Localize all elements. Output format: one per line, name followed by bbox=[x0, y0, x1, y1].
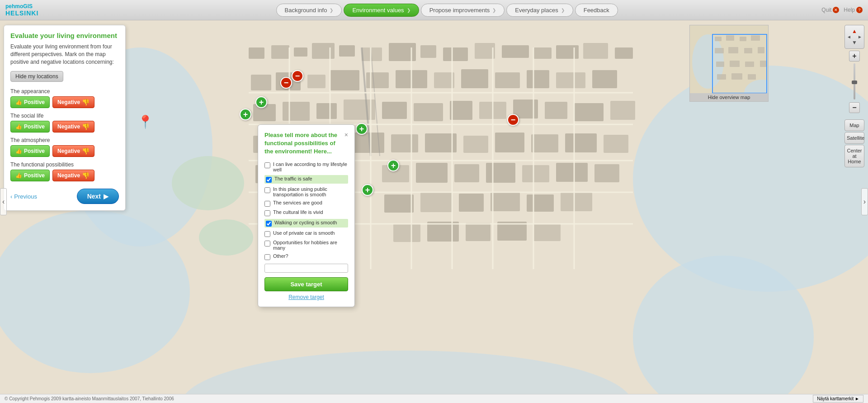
marker-red-1[interactable]: − bbox=[292, 70, 303, 82]
label-walking: Walking or cycling is smooth bbox=[274, 220, 337, 225]
svg-rect-54 bbox=[463, 136, 488, 153]
marker-red-circle-1[interactable]: − bbox=[292, 70, 303, 82]
help-label: Help bbox=[844, 7, 855, 13]
tab-feedback-label: Feedback bbox=[584, 7, 609, 14]
tab-environment[interactable]: Environment values ❯ bbox=[344, 4, 419, 17]
svg-rect-119 bbox=[748, 74, 756, 80]
marker-red-circle-2[interactable]: − bbox=[280, 77, 292, 89]
map-markers-button[interactable]: Näytä karttamerkit ► bbox=[813, 395, 863, 403]
other-text-input[interactable] bbox=[264, 264, 348, 273]
marker-green-plus-1[interactable]: + bbox=[240, 109, 251, 120]
marker-green-plus-2[interactable]: + bbox=[255, 96, 267, 108]
svg-rect-107 bbox=[740, 37, 746, 41]
save-target-label: Save target bbox=[290, 281, 322, 288]
svg-rect-22 bbox=[583, 43, 608, 59]
logo-pehmo: pehmo bbox=[5, 3, 23, 9]
marker-green-2[interactable]: + bbox=[255, 96, 267, 108]
pan-right-arrow[interactable]: › bbox=[861, 188, 868, 215]
svg-rect-11 bbox=[294, 47, 307, 57]
hide-locations-button[interactable]: Hide my locations bbox=[10, 71, 63, 82]
marker-yellow-pin[interactable]: 📍 bbox=[137, 115, 153, 129]
atmosphere-negative-button[interactable]: Negative 👎 bbox=[52, 145, 94, 157]
tab-background-arrow: ❯ bbox=[330, 8, 333, 13]
checkbox-services[interactable] bbox=[264, 201, 270, 207]
svg-rect-18 bbox=[475, 43, 495, 59]
popup-item-walking: Walking or cycling is smooth bbox=[264, 219, 348, 228]
zoom-in-button[interactable]: + bbox=[849, 51, 860, 62]
label-traffic: The traffic is safe bbox=[274, 176, 312, 181]
svg-rect-34 bbox=[556, 72, 585, 88]
pan-left-arrow[interactable]: ‹ bbox=[0, 188, 7, 215]
marker-green-3[interactable]: + bbox=[356, 123, 368, 135]
previous-label: Previous bbox=[14, 193, 37, 200]
tab-environment-arrow: ❯ bbox=[407, 8, 410, 13]
help-link[interactable]: Help ? bbox=[844, 7, 863, 13]
marker-red-2[interactable]: − bbox=[280, 77, 292, 89]
overview-map-inner: Hide overview map bbox=[690, 25, 768, 101]
satellite-view-button[interactable]: Satellite bbox=[844, 132, 864, 144]
svg-point-6 bbox=[172, 156, 244, 210]
functional-positive-button[interactable]: 👍 Positive bbox=[10, 170, 50, 181]
tab-everyday[interactable]: Everyday places ❯ bbox=[506, 4, 573, 17]
checkbox-other[interactable] bbox=[264, 254, 270, 260]
marker-yellow[interactable]: 📍 bbox=[137, 114, 153, 129]
popup-close-button[interactable]: × bbox=[344, 131, 348, 138]
label-hobbies: Opportunities for hobbies are many bbox=[273, 240, 348, 251]
marker-green-4[interactable]: + bbox=[387, 160, 399, 171]
next-button[interactable]: Next ▶ bbox=[77, 189, 119, 204]
thumb-down-icon-1: 👎 bbox=[82, 99, 90, 106]
thumb-down-icon-3: 👎 bbox=[82, 147, 90, 155]
zoom-slider-handle[interactable] bbox=[852, 81, 857, 84]
checkbox-private-car[interactable] bbox=[264, 231, 270, 237]
svg-rect-17 bbox=[443, 47, 468, 61]
thumb-down-icon-2: 👎 bbox=[82, 123, 90, 130]
svg-point-7 bbox=[199, 219, 253, 256]
checkbox-cultural[interactable] bbox=[264, 210, 270, 216]
svg-rect-114 bbox=[730, 61, 740, 67]
svg-rect-105 bbox=[715, 37, 722, 41]
marker-green-5[interactable]: + bbox=[362, 184, 373, 196]
appearance-positive-button[interactable]: 👍 Positive bbox=[10, 96, 50, 108]
marker-red-circle-3[interactable]: − bbox=[507, 114, 519, 126]
tab-improvements[interactable]: Propose improvements ❯ bbox=[421, 4, 505, 17]
right-controls: ▲ ◄ ► ▼ + − Map Satellite Center at Home bbox=[844, 25, 864, 167]
social-positive-button[interactable]: 👍 Positive bbox=[10, 121, 50, 133]
atmosphere-buttons: 👍 Positive Negative 👎 bbox=[10, 145, 119, 157]
marker-green-plus-5[interactable]: + bbox=[362, 184, 373, 196]
appearance-negative-button[interactable]: Negative 👎 bbox=[52, 96, 94, 108]
save-target-button[interactable]: Save target bbox=[264, 277, 348, 291]
marker-green-plus-3[interactable]: + bbox=[356, 123, 368, 135]
social-negative-button[interactable]: Negative 👎 bbox=[52, 121, 94, 133]
nav-buttons: ‹ Previous Next ▶ bbox=[10, 189, 119, 204]
tab-background[interactable]: Background info ❯ bbox=[276, 4, 342, 17]
center-at-home-button[interactable]: Center at Home bbox=[844, 145, 864, 167]
checkbox-traffic[interactable] bbox=[266, 177, 272, 183]
marker-green-plus-4[interactable]: + bbox=[387, 160, 399, 171]
functional-negative-button[interactable]: Negative 👎 bbox=[52, 170, 94, 181]
quit-link[interactable]: Quit ✕ bbox=[821, 7, 839, 13]
logo-city: HELSINKI bbox=[5, 9, 38, 17]
label-services: The services are good bbox=[273, 200, 322, 205]
checkbox-walking[interactable] bbox=[266, 221, 272, 227]
marker-green-1[interactable]: + bbox=[240, 109, 251, 120]
map-view-button[interactable]: Map bbox=[844, 119, 864, 131]
zoom-out-button[interactable]: − bbox=[849, 102, 860, 113]
tab-everyday-arrow: ❯ bbox=[561, 8, 565, 13]
next-label: Next bbox=[87, 193, 101, 200]
atmosphere-positive-button[interactable]: 👍 Positive bbox=[10, 145, 50, 157]
checkbox-hobbies[interactable] bbox=[264, 241, 270, 247]
tab-feedback[interactable]: Feedback bbox=[575, 4, 618, 17]
svg-rect-75 bbox=[491, 192, 520, 211]
marker-red-3[interactable]: − bbox=[507, 114, 519, 126]
hide-overview-button[interactable]: Hide overview map bbox=[690, 93, 768, 101]
remove-target-link[interactable]: Remove target bbox=[264, 294, 348, 300]
functional-buttons: 👍 Positive Negative 👎 bbox=[10, 170, 119, 181]
previous-button[interactable]: ‹ Previous bbox=[10, 193, 37, 200]
svg-rect-27 bbox=[330, 70, 359, 90]
top-right-links: Quit ✕ Help ? bbox=[821, 7, 868, 13]
svg-rect-57 bbox=[565, 133, 597, 152]
checkbox-public-transport[interactable] bbox=[264, 187, 270, 193]
appearance-positive-label: Positive bbox=[24, 99, 45, 105]
checkbox-lifestyle[interactable] bbox=[264, 162, 270, 168]
label-private-car: Use of private car is smooth bbox=[273, 230, 335, 236]
